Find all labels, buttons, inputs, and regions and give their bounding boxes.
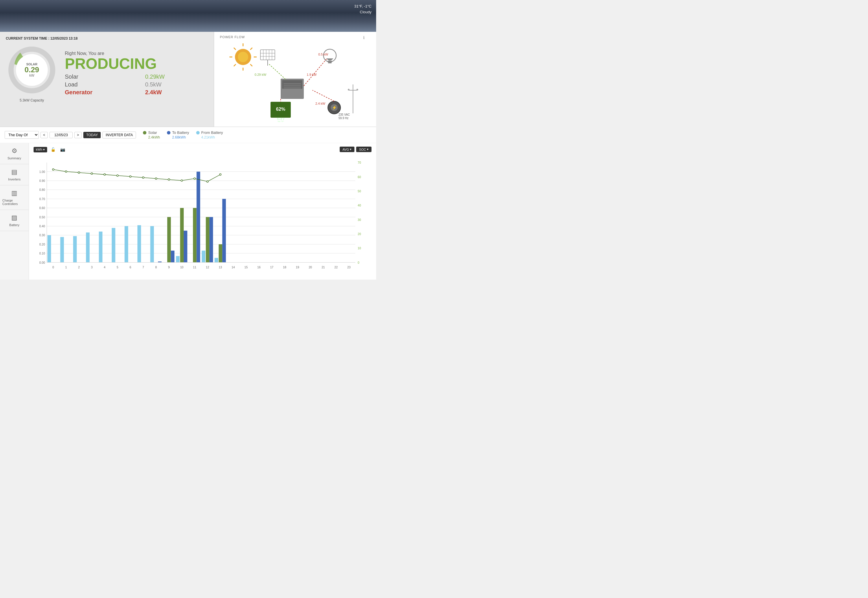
svg-text:23: 23: [347, 266, 351, 269]
status-text: Right Now, You are PRODUCING Solar 0.29k…: [65, 51, 208, 96]
chevron-down-icon: ▾: [43, 148, 45, 151]
load-label: Load: [65, 81, 136, 88]
svg-rect-108: [202, 251, 205, 263]
to-battery-legend-value: 2.68kWh: [167, 135, 186, 139]
sidebar-item-summary[interactable]: ⚙ Summary: [0, 143, 28, 164]
svg-rect-105: [193, 208, 196, 262]
svg-line-39: [269, 64, 286, 80]
sidebar-label-battery: Battery: [9, 223, 19, 227]
svg-rect-30: [328, 61, 332, 62]
solar-legend-value: 2.4kWh: [143, 135, 160, 139]
svg-rect-83: [73, 236, 77, 262]
svg-text:6: 6: [130, 266, 131, 269]
legend-to-battery: To Battery 2.68kWh: [167, 130, 189, 139]
svg-text:0.70: 0.70: [39, 197, 45, 201]
svg-text:19: 19: [296, 266, 299, 269]
svg-rect-101: [176, 256, 180, 263]
sidebar-item-battery[interactable]: ▨ Battery: [0, 210, 28, 231]
svg-rect-106: [196, 172, 200, 263]
sidebar-label-charge-controllers: Charge Controllers: [2, 199, 26, 206]
svg-text:1.9 kW: 1.9 kW: [307, 73, 317, 76]
svg-rect-21: [282, 80, 302, 89]
summary-icon: ⚙: [12, 147, 17, 155]
solar-legend-label: Solar: [148, 130, 157, 135]
svg-text:1: 1: [65, 266, 67, 269]
svg-text:10: 10: [180, 266, 184, 269]
soc-btn[interactable]: SOC ▾: [356, 147, 371, 152]
chart-controls: The Day Of The Week Of The Month Of The …: [0, 127, 376, 143]
svg-point-131: [117, 175, 118, 176]
system-time: CURRENT SYSTEM TIME : 12/05/2023 13:18: [6, 36, 208, 40]
svg-text:0.50: 0.50: [39, 216, 45, 219]
svg-point-132: [129, 175, 131, 177]
to-battery-legend-label: To Battery: [172, 130, 189, 135]
period-select[interactable]: The Day Of The Week Of The Month Of The …: [4, 131, 39, 139]
svg-point-135: [168, 179, 170, 181]
svg-rect-12: [260, 50, 275, 60]
lock-icon-btn[interactable]: 🔓: [49, 147, 57, 152]
camera-icon-btn[interactable]: 📷: [59, 147, 66, 152]
date-input[interactable]: [49, 132, 73, 138]
svg-line-8: [234, 48, 236, 50]
info-icon[interactable]: ℹ: [363, 35, 365, 40]
prev-date-btn[interactable]: <: [40, 132, 48, 138]
svg-text:60: 60: [358, 175, 361, 179]
today-btn[interactable]: TODAY: [83, 132, 101, 138]
temperature: 31°F, -1°C: [354, 3, 371, 9]
svg-rect-31: [328, 62, 332, 63]
svg-rect-110: [210, 217, 213, 263]
to-battery-legend-dot: [167, 131, 171, 135]
svg-point-38: [356, 89, 358, 91]
svg-text:9: 9: [168, 266, 170, 269]
unit-label: kWh: [36, 148, 42, 151]
svg-text:0.20: 0.20: [39, 243, 45, 246]
svg-text:0: 0: [358, 261, 359, 264]
svg-text:1.00: 1.00: [39, 170, 45, 173]
svg-point-134: [155, 178, 157, 179]
svg-rect-95: [150, 226, 154, 263]
donut-solar-value: 0.29: [25, 66, 39, 73]
svg-line-42: [313, 90, 334, 101]
bar-chart-container: 0.000.100.200.300.400.500.600.700.800.90…: [34, 155, 371, 276]
svg-rect-89: [112, 228, 115, 262]
svg-point-3: [238, 52, 248, 62]
load-value: 0.5kW: [145, 81, 208, 88]
svg-text:0.10: 0.10: [39, 252, 45, 255]
svg-text:16: 16: [257, 266, 261, 269]
sidebar-label-inverters: Inverters: [8, 178, 21, 181]
svg-text:20: 20: [309, 266, 312, 269]
generator-value: 2.4kW: [145, 89, 208, 96]
unit-btn[interactable]: kWh ▾: [34, 147, 47, 152]
chart-right-controls: AVG ▾ SOC ▾: [340, 147, 371, 152]
sidebar-item-charge-controllers[interactable]: ▥ Charge Controllers: [0, 185, 28, 210]
svg-line-10: [234, 64, 236, 66]
avg-btn[interactable]: AVG ▾: [340, 147, 355, 152]
next-date-btn[interactable]: >: [74, 132, 82, 138]
svg-line-9: [250, 64, 252, 66]
svg-text:15: 15: [244, 266, 248, 269]
from-battery-legend-dot: [196, 131, 200, 135]
svg-text:22: 22: [334, 266, 338, 269]
charge-controllers-icon: ▥: [11, 190, 17, 197]
svg-text:2.4 kW: 2.4 kW: [315, 102, 325, 105]
svg-text:17: 17: [270, 266, 274, 269]
sidebar-item-inverters[interactable]: ▤ Inverters: [0, 164, 28, 185]
chart-area: kWh ▾ 🔓 📷 AVG ▾ SOC ▾ 0.000.100.200.300.…: [29, 143, 376, 280]
inverter-data-btn[interactable]: INVERTER DATA: [102, 132, 136, 139]
svg-text:51.8 V: 51.8 V: [277, 117, 284, 120]
svg-rect-93: [138, 225, 141, 263]
avg-chevron-icon: ▾: [350, 148, 352, 151]
svg-text:7: 7: [142, 266, 144, 269]
battery-icon: ▨: [11, 214, 17, 221]
svg-rect-81: [60, 237, 64, 263]
svg-point-129: [91, 173, 93, 174]
svg-point-127: [65, 170, 67, 172]
generator-label: Generator: [65, 89, 136, 96]
svg-point-139: [220, 174, 221, 175]
svg-text:0.90: 0.90: [39, 179, 45, 182]
svg-rect-114: [222, 199, 226, 263]
temp-f: 31°F: [354, 4, 362, 8]
legend-solar: Solar 2.4kWh: [143, 130, 160, 139]
temp-c: -1°C: [364, 4, 371, 8]
avg-label: AVG: [343, 148, 349, 151]
